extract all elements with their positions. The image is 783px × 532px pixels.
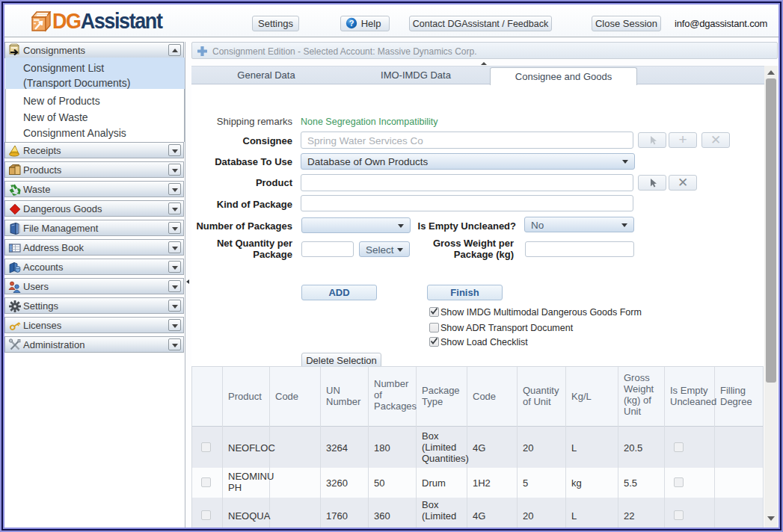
svg-text:?: ?	[349, 19, 354, 28]
